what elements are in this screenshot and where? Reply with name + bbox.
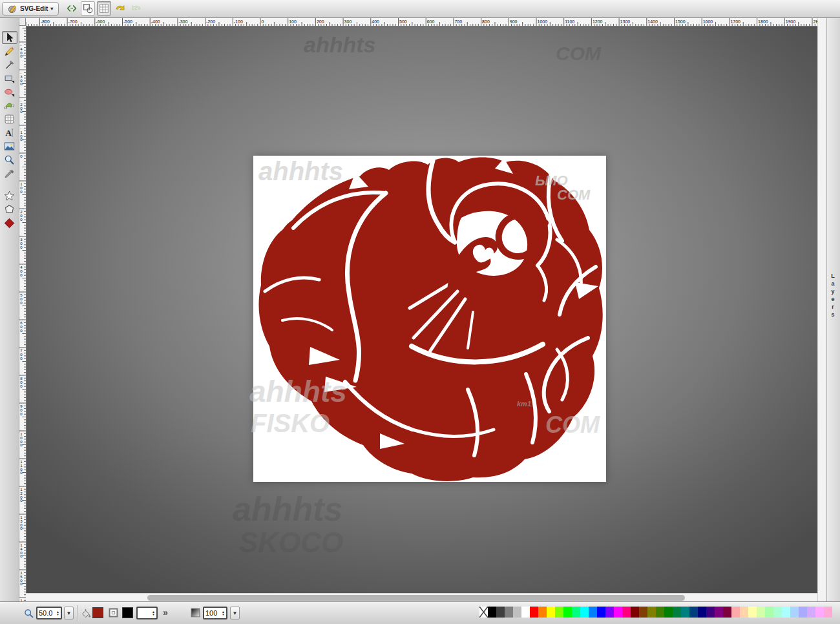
- shape-library-tool[interactable]: [2, 112, 17, 125]
- stroke-color-swatch[interactable]: [122, 607, 133, 618]
- palette-swatch-aaffaa[interactable]: [765, 607, 773, 618]
- line-tool[interactable]: [2, 58, 17, 71]
- palette-swatch-ff7f00[interactable]: [538, 607, 547, 618]
- palette-swatch-7fff00[interactable]: [555, 607, 563, 618]
- grid-button[interactable]: [97, 1, 111, 16]
- rectangle-tool[interactable]: [2, 72, 17, 85]
- svg-text:400: 400: [372, 19, 379, 24]
- image-tool[interactable]: [2, 140, 17, 152]
- svg-text:1500: 1500: [675, 19, 686, 24]
- wireframe-icon: [82, 3, 94, 14]
- palette-swatch-ffd4aa[interactable]: [740, 607, 748, 618]
- spinner-icon[interactable]: ▲▼: [56, 610, 59, 616]
- star-tool[interactable]: [2, 189, 17, 202]
- main-menu-button[interactable]: SVG-Edit ▾: [2, 2, 59, 16]
- source-code-icon: [66, 3, 78, 14]
- polygon-tool[interactable]: [2, 203, 17, 216]
- palette-swatch-ffaaaa[interactable]: [731, 607, 740, 618]
- svg-text:1700: 1700: [730, 19, 740, 24]
- palette-swatch-ffffff[interactable]: [521, 607, 530, 618]
- svg-text:0: 0: [20, 189, 23, 194]
- svg-text:-100: -100: [234, 19, 243, 24]
- pencil-tool[interactable]: [2, 45, 17, 57]
- palette-swatch-3f3f3f[interactable]: [496, 607, 505, 618]
- palette-swatch-3f007f[interactable]: [706, 607, 715, 618]
- palette-swatch-aaaaff[interactable]: [799, 607, 807, 618]
- zoom-tool[interactable]: [2, 153, 17, 166]
- workspace[interactable]: ahhhtsCOMahhhtsSKOCO ahhhtsЬМОCOMahhhtsF…: [26, 26, 817, 593]
- palette-swatch-003f7f[interactable]: [689, 607, 698, 618]
- fill-color-swatch[interactable]: [92, 607, 103, 618]
- palette-swatch-ffff00[interactable]: [547, 607, 555, 618]
- palette-swatch-0000ff[interactable]: [597, 607, 605, 618]
- diamond-shape-tool[interactable]: [2, 216, 17, 229]
- tools-sidebar: A: [0, 17, 19, 601]
- eyedropper-tool[interactable]: [2, 167, 17, 180]
- grid-icon: [98, 3, 110, 14]
- opacity-dropdown-button[interactable]: ▼: [230, 607, 240, 619]
- palette-swatch-00ff00[interactable]: [563, 607, 572, 618]
- palette-swatch-7f007f[interactable]: [715, 607, 723, 618]
- svg-canvas[interactable]: ahhhtsЬМОCOMahhhtsFISKOCOMkm1: [253, 156, 606, 482]
- palette-swatch-000000[interactable]: [488, 607, 496, 618]
- path-tool[interactable]: [2, 99, 17, 112]
- palette-swatch-ffaad4[interactable]: [824, 607, 832, 618]
- palette-swatch-ffaaff[interactable]: [815, 607, 824, 618]
- palette-swatch-bfbfbf[interactable]: [513, 607, 521, 618]
- palette-swatch-7f3f00[interactable]: [639, 607, 647, 618]
- palette-swatch-7f0000[interactable]: [631, 607, 639, 618]
- spinner-icon[interactable]: ▲▼: [152, 610, 155, 616]
- zoom-input[interactable]: 50.0 ▲▼: [36, 607, 62, 619]
- source-code-button[interactable]: [65, 1, 79, 16]
- palette-swatch-007fff[interactable]: [589, 607, 597, 618]
- svg-text:0: 0: [20, 245, 23, 249]
- opacity-input[interactable]: 100 ▲▼: [203, 607, 227, 619]
- horizontal-scrollbar[interactable]: [26, 593, 817, 601]
- palette-swatch-00007f[interactable]: [698, 607, 706, 618]
- toolbar-separator: [0, 180, 19, 189]
- palette-swatch-d4ffaa[interactable]: [757, 607, 765, 618]
- palette-swatch-007f7f[interactable]: [681, 607, 689, 618]
- vertical-scrollbar[interactable]: [817, 17, 826, 601]
- svg-text:0: 0: [20, 356, 23, 360]
- palette-swatch-ff00ff[interactable]: [614, 607, 622, 618]
- palette-swatch-ff0000[interactable]: [530, 607, 538, 618]
- palette-swatch-aad4ff[interactable]: [790, 607, 799, 618]
- select-tool[interactable]: [2, 31, 17, 44]
- svg-text:1800: 1800: [758, 19, 768, 24]
- palette-swatch-aaffd4[interactable]: [773, 607, 782, 618]
- palette-swatch-ffffaa[interactable]: [748, 607, 757, 618]
- palette-swatch-007f00[interactable]: [664, 607, 673, 618]
- bottom-toolbar: 50.0 ▲▼ ▼ ▲▼ » 100 ▲▼ ▼: [0, 601, 840, 624]
- palette-swatch-007f3f[interactable]: [673, 607, 681, 618]
- horizontal-scrollbar-thumb[interactable]: [147, 595, 685, 601]
- palette-swatch-7f7f00[interactable]: [647, 607, 656, 618]
- redo-button[interactable]: [129, 1, 143, 16]
- menu-caret-icon: ▾: [50, 6, 53, 12]
- palette-swatch-none[interactable]: [479, 607, 488, 618]
- palette-swatch-3f7f00[interactable]: [656, 607, 664, 618]
- palette-swatch-7f00ff[interactable]: [605, 607, 614, 618]
- zoom-dropdown-button[interactable]: ▼: [64, 607, 74, 619]
- layers-panel-tab[interactable]: Layers: [830, 273, 836, 319]
- palette-swatch-d4aaff[interactable]: [807, 607, 815, 618]
- vertical-ruler: -400-300-200-100010020030040050060070080…: [19, 26, 26, 601]
- stroke-width-input[interactable]: ▲▼: [136, 607, 158, 619]
- more-options-button[interactable]: »: [163, 607, 168, 618]
- palette-swatch-00ffff[interactable]: [580, 607, 589, 618]
- palette-swatch-ff007f[interactable]: [622, 607, 631, 618]
- palette-swatch-aaffff[interactable]: [782, 607, 790, 618]
- hruler-ticks: -800-700-600-500-400-300-200-10001002003…: [26, 18, 817, 26]
- undo-button[interactable]: [113, 1, 127, 16]
- palette-swatch-7f7f7f[interactable]: [505, 607, 513, 618]
- pen-line-icon: [4, 59, 15, 70]
- palette-swatch-00ff7f[interactable]: [572, 607, 580, 618]
- horizontal-ruler: -800-700-600-500-400-300-200-10001002003…: [26, 17, 817, 26]
- svg-text:1200: 1200: [593, 19, 603, 24]
- spinner-icon[interactable]: ▲▼: [222, 610, 225, 616]
- text-tool[interactable]: A: [2, 126, 17, 139]
- ellipse-tool[interactable]: [2, 85, 17, 98]
- palette-swatch-7f003f[interactable]: [723, 607, 731, 618]
- svg-text:0: 0: [20, 328, 23, 333]
- wireframe-button[interactable]: [81, 1, 95, 16]
